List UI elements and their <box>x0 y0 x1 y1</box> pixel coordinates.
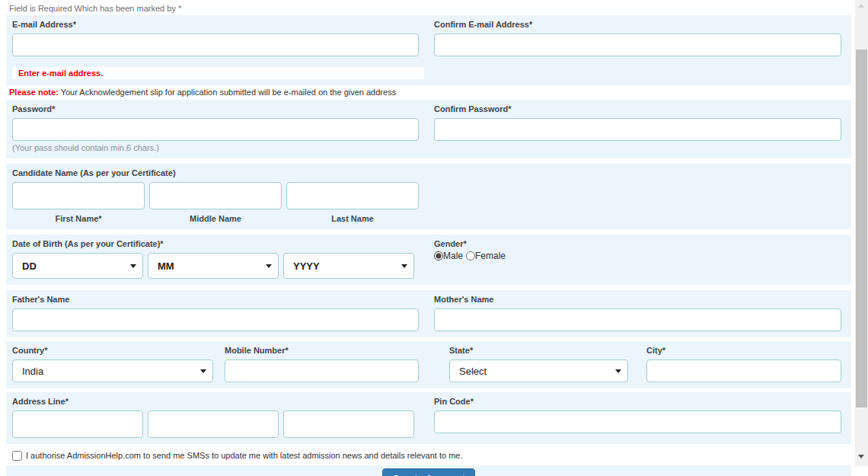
chevron-down-icon <box>266 264 272 268</box>
first-name-input[interactable] <box>12 182 145 209</box>
state-value: Select <box>459 366 487 377</box>
mother-name-label: Mother's Name <box>434 295 841 305</box>
middle-name-input[interactable] <box>149 182 282 209</box>
dob-day-select[interactable]: DD <box>12 253 143 279</box>
dob-year-value: YYYY <box>293 260 320 272</box>
mobile-number-label: Mobile Number* <box>225 346 419 356</box>
chevron-down-icon <box>401 264 407 268</box>
email-label: E-mail Address* <box>12 20 419 30</box>
chevron-down-icon <box>615 369 621 373</box>
password-section: Password* (Your pass should contain min.… <box>6 100 851 158</box>
dob-month-value: MM <box>158 260 174 272</box>
father-name-label: Father's Name <box>12 295 419 305</box>
state-label: State* <box>449 346 628 356</box>
country-select[interactable]: India <box>12 359 213 382</box>
gender-female-radio[interactable] <box>466 251 475 260</box>
email-input[interactable] <box>12 34 419 56</box>
gender-male-radio[interactable] <box>434 251 443 260</box>
confirm-email-input[interactable] <box>434 34 841 56</box>
submit-strip: Create Account <box>6 465 851 476</box>
email-error-message: Enter e-mail address. <box>12 67 424 79</box>
address-section: Address Line* Pin Code* <box>6 392 851 444</box>
dob-day-value: DD <box>22 260 37 272</box>
please-note: Please note: Your Acknowledgement slip f… <box>0 85 855 100</box>
dob-month-select[interactable]: MM <box>148 253 279 279</box>
candidate-name-section: Candidate Name (As per your Certificate)… <box>6 164 851 229</box>
first-name-label: First Name* <box>12 214 145 223</box>
gender-radio-group: Male Female <box>434 251 841 261</box>
father-name-input[interactable] <box>12 308 419 331</box>
gender-male-option[interactable]: Male <box>434 251 463 261</box>
create-account-button[interactable]: Create Account <box>382 468 475 476</box>
vertical-scrollbar[interactable] <box>855 0 868 476</box>
password-hint: (Your pass should contain min.6 chars.) <box>12 143 419 152</box>
dob-year-select[interactable]: YYYY <box>283 253 414 279</box>
scrollbar-thumb[interactable] <box>856 50 867 407</box>
last-name-label: Last Name <box>286 214 419 223</box>
state-select[interactable]: Select <box>449 359 628 382</box>
confirm-password-input[interactable] <box>434 118 841 141</box>
please-note-text: Your Acknowledgement slip for applicatio… <box>59 88 396 97</box>
country-label: Country* <box>12 346 213 356</box>
address-line-label: Address Line* <box>12 397 419 407</box>
scroll-down-icon[interactable] <box>858 455 864 458</box>
sms-optin-checkbox[interactable] <box>12 451 22 461</box>
last-name-input[interactable] <box>286 182 419 209</box>
pin-code-label: Pin Code* <box>434 397 841 407</box>
dob-gender-section: Date of Birth (As per your Certificate)*… <box>6 235 851 285</box>
confirm-password-label: Confirm Password* <box>434 104 841 114</box>
mother-name-input[interactable] <box>434 308 841 331</box>
parents-section: Father's Name Mother's Name <box>6 290 851 337</box>
email-section: E-mail Address* Confirm E-mail Address* … <box>6 15 851 85</box>
address-line1-input[interactable] <box>12 411 143 438</box>
gender-female-option[interactable]: Female <box>466 251 506 261</box>
sms-optin-text: I authorise AdmissionHelp.com to send me… <box>26 451 463 460</box>
mobile-number-input[interactable] <box>225 359 419 382</box>
sms-optin-row: I authorise AdmissionHelp.com to send me… <box>0 444 855 465</box>
please-note-label: Please note: <box>9 88 59 97</box>
required-fields-note: Field is Required Which has been marked … <box>0 0 855 15</box>
address-line3-input[interactable] <box>283 411 414 438</box>
location-section: Country* India Mobile Number* State* Sel… <box>6 341 851 388</box>
country-value: India <box>22 366 43 377</box>
gender-label: Gender* <box>434 239 841 249</box>
candidate-name-label: Candidate Name (As per your Certificate) <box>12 168 841 178</box>
password-input[interactable] <box>12 118 419 141</box>
city-label: City* <box>646 346 841 356</box>
chevron-down-icon <box>200 369 206 373</box>
registration-form: Field is Required Which has been marked … <box>0 0 855 476</box>
password-label: Password* <box>12 104 419 114</box>
address-line2-input[interactable] <box>148 411 279 438</box>
city-input[interactable] <box>646 359 841 382</box>
dob-label: Date of Birth (As per your Certificate)* <box>12 239 419 249</box>
gender-male-label: Male <box>443 251 463 261</box>
chevron-down-icon <box>130 264 136 268</box>
scroll-up-icon[interactable] <box>858 4 864 8</box>
gender-female-label: Female <box>475 251 506 261</box>
middle-name-label: Middle Name <box>149 214 282 223</box>
pin-code-input[interactable] <box>434 411 841 433</box>
confirm-email-label: Confirm E-mail Address* <box>434 20 841 30</box>
